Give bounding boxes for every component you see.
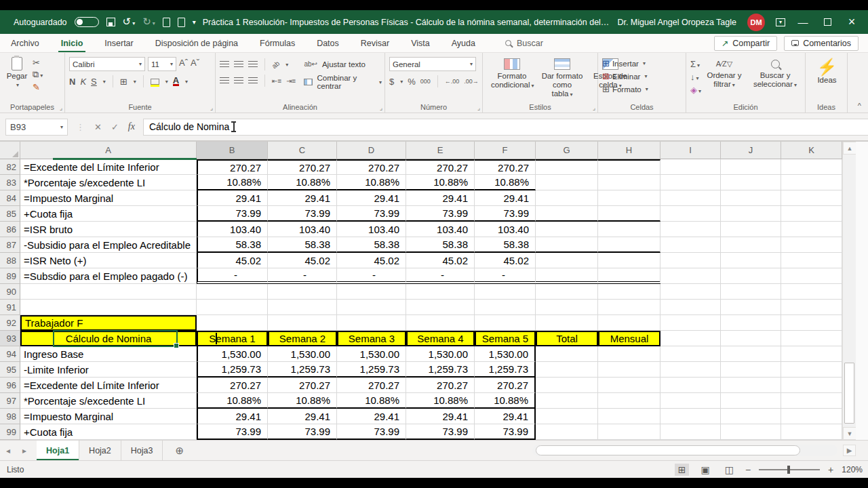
font-size-select[interactable]: 11▾	[148, 57, 176, 71]
select-all-corner[interactable]	[0, 142, 20, 159]
cell-93-K[interactable]	[781, 331, 842, 346]
cell-88-G[interactable]	[536, 253, 598, 268]
cell-85-J[interactable]	[721, 206, 781, 222]
cell-96-K[interactable]	[781, 378, 842, 393]
cell-86-A[interactable]: =ISR bruto	[20, 222, 197, 237]
cell-91-B[interactable]	[197, 300, 268, 315]
cell-88-J[interactable]	[721, 253, 781, 268]
alignment-dialog-launcher[interactable]: ⌟	[380, 104, 382, 111]
column-header-G[interactable]: G	[536, 142, 598, 159]
cell-90-F[interactable]	[475, 284, 536, 300]
cell-93-C[interactable]: Semana 2	[268, 331, 337, 346]
styles-dialog-launcher[interactable]: ⌟	[593, 104, 595, 111]
number-format-select[interactable]: General▾	[389, 57, 476, 71]
vertical-scrollbar-thumb[interactable]	[844, 363, 854, 424]
decrease-decimal-icon[interactable]: .00→	[464, 76, 479, 87]
cell-90-H[interactable]	[598, 284, 660, 300]
collapse-ribbon-icon[interactable]: ^	[858, 102, 861, 110]
close-button[interactable]: ×	[845, 15, 859, 29]
row-header-84[interactable]: 84	[0, 190, 20, 206]
cell-96-J[interactable]	[721, 378, 781, 393]
cell-95-F[interactable]: 1,259.73	[475, 362, 536, 378]
cell-85-C[interactable]: 73.99	[268, 206, 337, 222]
cell-83-H[interactable]	[598, 175, 660, 190]
cell-91-J[interactable]	[721, 300, 781, 315]
underline-button[interactable]: S	[91, 76, 97, 87]
normal-view-icon[interactable]: ⊞	[675, 464, 690, 476]
cell-84-J[interactable]	[721, 190, 781, 206]
search-box[interactable]: Buscar	[505, 39, 543, 48]
cell-84-H[interactable]	[598, 190, 660, 206]
cell-99-E[interactable]: 73.99	[406, 424, 475, 440]
cell-90-K[interactable]	[781, 284, 842, 300]
cell-82-H[interactable]	[598, 159, 660, 175]
cell-90-C[interactable]	[268, 284, 337, 300]
cell-83-G[interactable]	[536, 175, 598, 190]
cell-90-D[interactable]	[337, 284, 406, 300]
sheet-tab-hoja1[interactable]: Hoja1	[37, 441, 79, 460]
align-left-icon[interactable]	[220, 77, 229, 84]
cell-96-C[interactable]: 270.27	[268, 378, 337, 393]
cell-97-B[interactable]: 10.88%	[197, 393, 268, 409]
tab-fórmulas[interactable]: Fórmulas	[249, 34, 306, 52]
cell-89-E[interactable]: -	[406, 268, 475, 284]
row-header-95[interactable]: 95	[0, 362, 20, 378]
cell-86-J[interactable]	[721, 222, 781, 237]
cell-97-K[interactable]	[781, 393, 842, 409]
increase-font-icon[interactable]: Aˆ	[179, 57, 188, 71]
cell-94-K[interactable]	[781, 346, 842, 362]
row-header-89[interactable]: 89	[0, 268, 20, 284]
cell-96-D[interactable]: 270.27	[337, 378, 406, 393]
cell-84-F[interactable]: 29.41	[475, 190, 536, 206]
cell-92-D[interactable]	[337, 315, 406, 331]
cell-96-B[interactable]: 270.27	[197, 378, 268, 393]
cell-93-A[interactable]: Cálculo de Nomina	[20, 331, 197, 346]
cell-93-I[interactable]	[660, 331, 721, 346]
cell-99-D[interactable]: 73.99	[337, 424, 406, 440]
cell-96-F[interactable]: 270.27	[475, 378, 536, 393]
cell-88-A[interactable]: =ISR Neto (+)	[20, 253, 197, 268]
cell-92-B[interactable]	[197, 315, 268, 331]
cell-87-I[interactable]	[660, 237, 721, 253]
cell-86-H[interactable]	[598, 222, 660, 237]
cell-97-C[interactable]: 10.88%	[268, 393, 337, 409]
cell-84-G[interactable]	[536, 190, 598, 206]
cell-95-B[interactable]: 1,259.73	[197, 362, 268, 378]
cell-91-E[interactable]	[406, 300, 475, 315]
zoom-in-icon[interactable]: +	[828, 464, 833, 475]
cell-86-I[interactable]	[660, 222, 721, 237]
cell-98-H[interactable]	[598, 409, 660, 424]
cell-83-J[interactable]	[721, 175, 781, 190]
cell-94-D[interactable]: 1,530.00	[337, 346, 406, 362]
cell-94-E[interactable]: 1,530.00	[406, 346, 475, 362]
avatar[interactable]: DM	[747, 14, 765, 31]
cell-83-A[interactable]: *Porcentaje s/excedente LI	[20, 175, 197, 190]
cell-95-I[interactable]	[660, 362, 721, 378]
cell-82-F[interactable]: 270.27	[475, 159, 536, 175]
cell-83-B[interactable]: 10.88%	[197, 175, 268, 190]
increase-indent-icon[interactable]: ⇥≡	[286, 75, 296, 87]
sheet-tab-hoja2[interactable]: Hoja2	[79, 441, 121, 460]
cell-87-J[interactable]	[721, 237, 781, 253]
cell-95-E[interactable]: 1,259.73	[406, 362, 475, 378]
scroll-right-icon[interactable]: ▶	[843, 445, 856, 456]
cell-90-J[interactable]	[721, 284, 781, 300]
format-as-table-button[interactable]: Dar formato como tabla▾	[537, 57, 587, 102]
cell-97-J[interactable]	[721, 393, 781, 409]
cell-90-E[interactable]	[406, 284, 475, 300]
cell-89-A[interactable]: =Subsdio para el Empleo pagado (-)	[20, 268, 197, 284]
row-header-88[interactable]: 88	[0, 253, 20, 268]
cell-83-K[interactable]	[781, 175, 842, 190]
cell-90-B[interactable]	[197, 284, 268, 300]
save-icon[interactable]	[106, 18, 115, 26]
row-header-98[interactable]: 98	[0, 409, 20, 424]
cell-94-C[interactable]: 1,530.00	[268, 346, 337, 362]
cell-82-J[interactable]	[721, 159, 781, 175]
cell-94-B[interactable]: 1,530.00	[197, 346, 268, 362]
cell-99-A[interactable]: +Cuota fija	[20, 424, 197, 440]
row-header-91[interactable]: 91	[0, 300, 20, 315]
currency-format-icon[interactable]: $	[389, 76, 394, 87]
cell-82-I[interactable]	[660, 159, 721, 175]
cell-87-C[interactable]: 58.38	[268, 237, 337, 253]
zoom-out-icon[interactable]: −	[745, 464, 751, 475]
